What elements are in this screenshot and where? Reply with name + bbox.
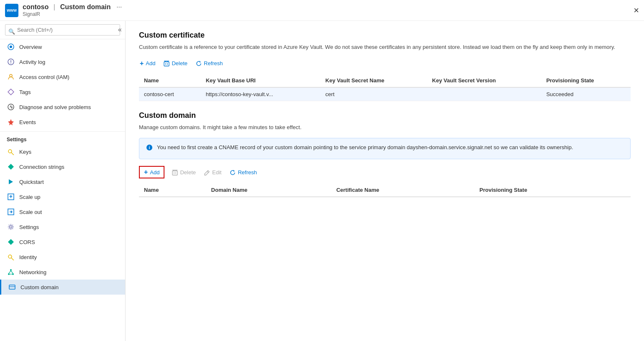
quickstart-icon	[7, 178, 15, 186]
close-button[interactable]: ×	[634, 5, 639, 16]
sidebar-label-tags: Tags	[19, 89, 31, 95]
top-bar: www contoso | Custom domain ··· SignalR …	[0, 0, 644, 21]
search-icon: 🔍	[8, 28, 15, 35]
cert-delete-label: Delete	[172, 60, 187, 66]
domain-col-cert-name: Certificate Name	[331, 183, 475, 197]
sidebar-item-keys[interactable]: Keys	[0, 144, 125, 159]
cert-add-label: Add	[146, 60, 155, 66]
sidebar-item-diagnose[interactable]: Diagnose and solve problems	[0, 99, 125, 115]
sidebar-item-cors[interactable]: CORS	[0, 234, 125, 249]
resource-icon: www	[5, 4, 18, 17]
cert-refresh-button[interactable]: Refresh	[195, 59, 224, 69]
svg-point-21	[10, 269, 12, 271]
svg-point-19	[8, 255, 12, 258]
domain-edit-label: Edit	[212, 169, 221, 176]
sidebar-item-access-control[interactable]: Access control (IAM)	[0, 69, 125, 84]
domain-add-plus-icon: +	[144, 168, 148, 176]
sidebar-item-scale-up[interactable]: Scale up	[0, 189, 125, 204]
svg-point-4	[10, 63, 11, 64]
svg-rect-27	[9, 285, 15, 289]
cert-add-plus-icon: +	[140, 60, 144, 67]
svg-text:i: i	[149, 145, 150, 150]
svg-marker-11	[8, 164, 14, 170]
access-control-icon	[7, 73, 15, 81]
sidebar-item-overview[interactable]: Overview	[0, 39, 125, 54]
cert-refresh-icon	[196, 60, 202, 67]
search-container: 🔍	[0, 21, 125, 39]
domain-add-label: Add	[150, 169, 159, 176]
svg-point-1	[10, 46, 12, 48]
cert-col-name: Name	[139, 74, 201, 87]
cert-delete-icon	[164, 60, 169, 67]
sidebar-collapse-icon[interactable]: «	[118, 26, 122, 33]
sidebar-label-settings: Settings	[19, 224, 39, 230]
cert-row-0-state: Succeeded	[541, 87, 631, 101]
sidebar-item-settings[interactable]: Settings	[0, 219, 125, 234]
domain-col-domain-name: Domain Name	[206, 183, 331, 197]
activity-log-icon	[7, 58, 15, 66]
sidebar-item-quickstart[interactable]: Quickstart	[0, 174, 125, 189]
cert-row-0-secret-name: cert	[321, 87, 427, 101]
sidebar-label-cors: CORS	[19, 239, 35, 245]
svg-rect-37	[172, 171, 177, 175]
domain-edit-icon	[204, 169, 210, 176]
svg-marker-12	[9, 179, 13, 184]
networking-icon	[7, 268, 15, 276]
sidebar-label-keys: Keys	[19, 149, 31, 155]
info-icon: i	[146, 144, 153, 154]
sidebar-item-activity-log[interactable]: Activity log	[0, 54, 125, 69]
sidebar-item-tags[interactable]: Tags	[0, 84, 125, 99]
domain-description: Manage custom domains. It might take a f…	[139, 123, 631, 132]
svg-point-5	[10, 74, 12, 77]
cert-row-0-uri: https://contoso-key-vault.v...	[201, 87, 321, 101]
cert-table: Name Key Vault Base URI Key Vault Secret…	[139, 74, 631, 101]
svg-line-10	[11, 153, 14, 155]
sidebar-label-access-control: Access control (IAM)	[19, 74, 69, 80]
domain-edit-button[interactable]: Edit	[203, 167, 222, 177]
sidebar-item-networking[interactable]: Networking	[0, 265, 125, 280]
svg-rect-29	[164, 62, 169, 66]
diagnose-icon	[7, 103, 15, 111]
domain-delete-button[interactable]: Delete	[171, 167, 197, 177]
sidebar-label-custom-domain: Custom domain	[21, 284, 59, 290]
sidebar-label-overview: Overview	[19, 44, 42, 50]
sidebar-label-scale-up: Scale up	[19, 194, 41, 200]
sidebar-label-quickstart: Quickstart	[19, 179, 44, 185]
svg-marker-8	[8, 119, 14, 125]
sidebar-item-custom-domain[interactable]: Custom domain	[0, 280, 125, 295]
sidebar-item-connection-strings[interactable]: Connection strings	[0, 159, 125, 174]
settings-icon	[7, 223, 15, 231]
domain-delete-label: Delete	[180, 169, 196, 176]
cert-col-secret-version: Key Vault Secret Version	[427, 74, 541, 87]
more-menu-icon[interactable]: ···	[116, 3, 122, 10]
sidebar-item-identity[interactable]: Identity	[0, 249, 125, 265]
cert-col-secret-name: Key Vault Secret Name	[321, 74, 427, 87]
search-input[interactable]	[5, 24, 120, 36]
domain-section: Custom domain Manage custom domains. It …	[139, 111, 631, 198]
sidebar-item-scale-out[interactable]: Scale out	[0, 204, 125, 219]
sidebar-label-events: Events	[19, 119, 36, 125]
svg-point-17	[10, 226, 12, 228]
sidebar-label-connection-strings: Connection strings	[19, 164, 64, 170]
events-icon	[7, 118, 15, 126]
domain-refresh-button[interactable]: Refresh	[229, 167, 258, 177]
cert-add-button[interactable]: + Add	[139, 58, 156, 69]
title-separator: |	[54, 3, 55, 10]
page-title: Custom domain	[60, 3, 111, 10]
custom-domain-icon	[8, 283, 16, 291]
domain-add-button[interactable]: + Add	[139, 166, 164, 178]
cert-row-0[interactable]: contoso-cert https://contoso-key-vault.v…	[139, 87, 631, 101]
cert-delete-button[interactable]: Delete	[163, 59, 188, 69]
sidebar-label-activity-log: Activity log	[19, 59, 45, 65]
resource-name: contoso	[23, 3, 49, 10]
sidebar-item-events[interactable]: Events	[0, 115, 125, 130]
domain-refresh-icon	[230, 169, 236, 176]
domain-info-box: i You need to first create a CNAME recor…	[139, 138, 631, 159]
sidebar-label-networking: Networking	[19, 269, 46, 275]
main-content: Custom certificate Custom certificate is…	[126, 21, 644, 341]
connection-strings-icon	[7, 163, 15, 171]
scale-out-icon	[7, 208, 15, 216]
svg-point-9	[8, 150, 12, 153]
cert-col-uri: Key Vault Base URI	[201, 74, 321, 87]
sidebar-label-identity: Identity	[19, 254, 37, 260]
